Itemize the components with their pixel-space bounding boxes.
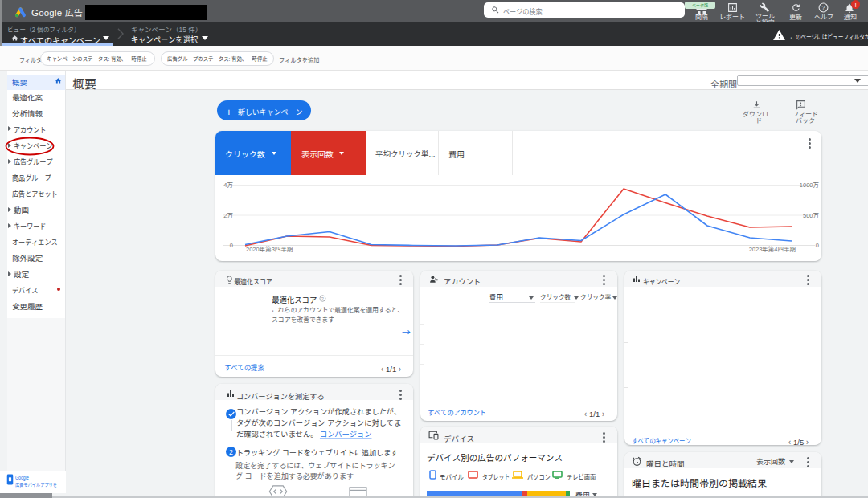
svg-text:1000万: 1000万 [800, 180, 819, 189]
svg-text:2023年第4四半期: 2023年第4四半期 [749, 244, 796, 253]
svg-text:2万: 2万 [223, 210, 233, 219]
svg-text:500万: 500万 [803, 210, 819, 219]
svg-text:0: 0 [816, 240, 819, 249]
svg-text:2020年第3四半期: 2020年第3四半期 [246, 244, 293, 253]
svg-text:4万: 4万 [223, 180, 233, 189]
svg-text:0: 0 [230, 240, 233, 249]
